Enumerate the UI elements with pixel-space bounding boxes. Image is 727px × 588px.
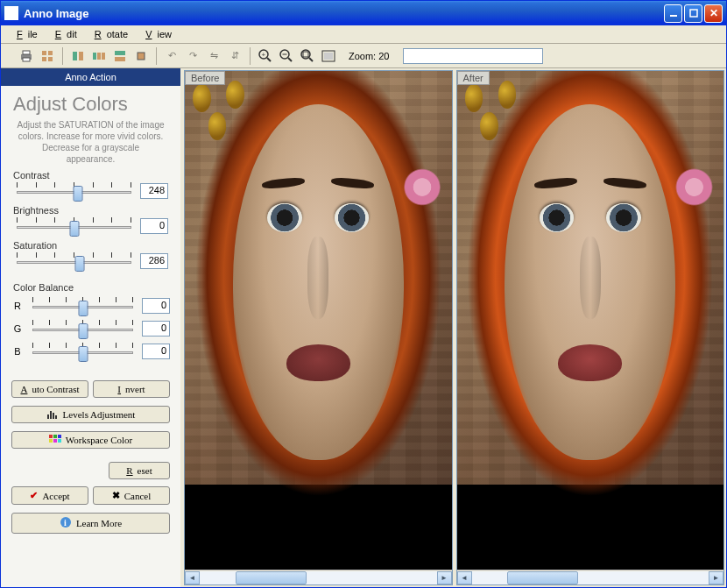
levels-button[interactable]: Levels Adjustment: [11, 406, 170, 423]
rotate-left-icon[interactable]: ↶: [164, 48, 180, 64]
scroll-left-icon[interactable]: ◄: [185, 571, 200, 584]
scroll-right-icon[interactable]: ►: [709, 571, 723, 584]
after-hscrollbar[interactable]: ◄ ►: [457, 570, 724, 584]
close-button[interactable]: ✕: [704, 4, 723, 23]
b-value[interactable]: 0: [142, 344, 170, 359]
svg-line-18: [267, 58, 271, 61]
align-icon-1[interactable]: [70, 48, 86, 64]
contrast-slider[interactable]: [13, 181, 135, 202]
svg-rect-33: [53, 435, 57, 438]
r-value[interactable]: 0: [142, 298, 170, 314]
titlebar: Anno Image ✕: [1, 1, 726, 25]
rotate-right-icon[interactable]: ↷: [185, 48, 201, 64]
svg-rect-4: [23, 58, 30, 61]
window-title: Anno Image: [24, 7, 664, 20]
after-label: After: [457, 71, 490, 85]
workspace-color-button[interactable]: Workspace Color: [11, 431, 170, 449]
saturation-value[interactable]: 286: [140, 253, 168, 269]
sidebar: Anno Action Adjust Colors Adjust the SAT…: [1, 68, 180, 587]
learn-more-button[interactable]: i Learn More: [11, 513, 170, 534]
invert-button[interactable]: Invert: [93, 380, 170, 398]
menu-rotate[interactable]: Rotate: [84, 27, 133, 41]
brightness-slider[interactable]: [13, 216, 135, 237]
b-slider[interactable]: [29, 341, 137, 362]
after-pane: After ◄: [456, 70, 725, 585]
zoom-actual-icon[interactable]: [321, 48, 336, 64]
g-slider[interactable]: [29, 318, 137, 339]
svg-rect-35: [49, 439, 53, 443]
flip-h-icon[interactable]: ⇋: [206, 48, 222, 64]
palette-icon: [49, 435, 61, 445]
svg-rect-7: [42, 57, 46, 61]
svg-rect-15: [115, 57, 125, 61]
svg-line-21: [288, 58, 292, 61]
app-icon: [4, 6, 18, 20]
print-icon[interactable]: [18, 48, 34, 64]
sidebar-header: Anno Action: [1, 68, 180, 86]
align-icon-2[interactable]: [91, 48, 107, 64]
preview-area: Before ◄: [180, 68, 726, 587]
svg-rect-28: [47, 414, 49, 419]
svg-line-24: [309, 58, 313, 61]
zoom-label: Zoom: 20: [349, 51, 389, 61]
after-image[interactable]: [457, 71, 724, 570]
maximize-button[interactable]: [684, 4, 702, 23]
svg-rect-9: [73, 52, 77, 60]
r-slider[interactable]: [29, 295, 137, 316]
flip-v-icon[interactable]: ⇵: [227, 48, 243, 64]
svg-rect-1: [690, 10, 697, 17]
levels-icon: [46, 409, 59, 420]
saturation-label: Saturation: [13, 240, 168, 251]
menu-view[interactable]: View: [135, 27, 177, 41]
svg-rect-34: [58, 435, 61, 438]
toolbar-input[interactable]: [403, 48, 543, 64]
menubar: File Edit Rotate View: [1, 25, 726, 44]
reset-button[interactable]: Reset: [109, 462, 170, 479]
cancel-button[interactable]: ✖ Cancel: [93, 486, 170, 505]
info-icon: i: [60, 516, 72, 530]
menu-edit[interactable]: Edit: [45, 27, 82, 41]
accept-button[interactable]: ✔ Accept: [11, 486, 88, 505]
svg-text:+: +: [262, 50, 266, 58]
menu-file[interactable]: File: [6, 27, 43, 41]
toolbar: ↶ ↷ ⇋ ⇵ + Zoom: 20: [1, 44, 726, 68]
app-window: Anno Image ✕ File Edit Rotate View ↶ ↷ ⇋…: [0, 0, 727, 588]
brightness-value[interactable]: 0: [140, 218, 168, 234]
check-icon: ✔: [30, 490, 38, 501]
r-label: R: [11, 301, 24, 311]
g-value[interactable]: 0: [142, 321, 170, 337]
svg-rect-8: [48, 57, 53, 61]
color-balance-label: Color Balance: [13, 282, 168, 293]
minimize-button[interactable]: [664, 4, 682, 23]
svg-rect-3: [23, 51, 30, 54]
panel-description: Adjust the SATURATION of the image color…: [1, 119, 180, 168]
saturation-slider[interactable]: [13, 251, 135, 272]
x-icon: ✖: [112, 490, 120, 501]
align-icon-3[interactable]: [112, 48, 128, 64]
before-hscrollbar[interactable]: ◄ ►: [185, 570, 452, 584]
brightness-label: Brightness: [13, 205, 168, 216]
zoom-in-icon[interactable]: +: [258, 48, 273, 64]
auto-contrast-button[interactable]: Auto Contrast: [11, 380, 88, 398]
svg-rect-29: [50, 411, 52, 419]
svg-rect-13: [102, 53, 105, 60]
before-image[interactable]: [185, 71, 452, 570]
before-label: Before: [185, 71, 225, 85]
svg-rect-10: [79, 52, 83, 60]
zoom-fit-icon[interactable]: [300, 48, 315, 64]
svg-rect-37: [58, 439, 61, 443]
svg-rect-32: [49, 435, 53, 438]
grid-icon[interactable]: [39, 48, 55, 64]
svg-rect-31: [55, 415, 57, 419]
align-icon-4[interactable]: [133, 48, 149, 64]
svg-text:i: i: [64, 518, 67, 528]
scroll-left-icon[interactable]: ◄: [457, 571, 472, 584]
scroll-right-icon[interactable]: ►: [437, 571, 452, 584]
svg-rect-27: [324, 53, 333, 60]
contrast-label: Contrast: [13, 170, 168, 181]
contrast-value[interactable]: 248: [140, 183, 168, 199]
svg-rect-0: [670, 15, 677, 17]
svg-rect-6: [48, 51, 53, 55]
before-pane: Before ◄: [184, 70, 453, 585]
zoom-out-icon[interactable]: [279, 48, 294, 64]
